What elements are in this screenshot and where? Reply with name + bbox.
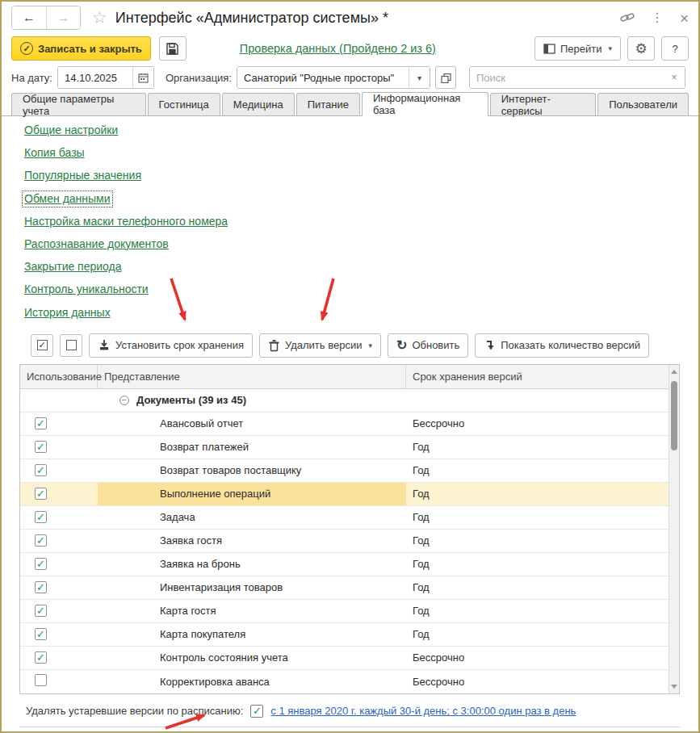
help-button[interactable]: ? [661,36,689,61]
tab-общие-параметры-учета[interactable]: Общие параметры учета [11,93,146,115]
set-retention-button[interactable]: Установить срок хранения [89,333,253,358]
gear-icon: ⚙ [635,40,647,57]
collapse-icon[interactable]: − [119,396,129,405]
row-name: Инвентаризация товаров [98,576,406,599]
settings-link[interactable]: Популярные значения [24,170,141,182]
filter-bar: На дату: Организация: ▾ [2,63,698,92]
delete-versions-button[interactable]: Удалить версии ▾ [259,333,381,358]
settings-link[interactable]: Контроль уникальности [24,283,149,295]
vertical-scrollbar[interactable] [669,365,679,693]
table-row[interactable]: ✓Карта гостяГод [20,600,669,623]
scrollbar-thumb[interactable] [671,381,677,450]
tab-пользователи[interactable]: Пользователи [597,93,689,115]
show-count-button[interactable]: Показать количество версий [475,333,649,358]
save-and-close-label: Записать и закрыть [38,43,142,55]
save-button[interactable] [159,36,187,61]
calendar-icon [138,73,149,83]
row-checkbox[interactable]: ✓ [35,488,47,500]
goto-button[interactable]: Перейти ▾ [534,36,621,61]
show-count-arrow-icon [484,339,496,351]
table-row[interactable]: ✓Заявка на броньГод [20,553,669,576]
get-link-icon[interactable] [620,11,635,24]
table-row[interactable]: ✓Возврат платежейГод [20,436,669,459]
search-clear-icon[interactable]: × [664,67,685,88]
more-menu-icon[interactable]: ⋮ [651,11,664,24]
row-checkbox[interactable]: ✓ [35,605,47,617]
settings-link[interactable]: Обмен данными [24,193,111,205]
row-name: Задача [98,506,406,529]
column-usage[interactable]: Использование [20,365,98,388]
table-row[interactable]: Корректировка авансаБессрочно [20,670,669,693]
table-row[interactable]: ✓Карта покупателяГод [20,623,669,647]
schedule-row: Удалять устаревшие версии по расписанию:… [26,705,681,718]
row-checkbox[interactable]: ✓ [35,417,47,429]
tab-интернет-сервисы[interactable]: Интернет-сервисы [490,93,596,115]
organization-input[interactable] [237,67,409,88]
table-row[interactable]: ✓Контроль состояния учетаБессрочно [20,647,669,670]
row-checkbox[interactable]: ✓ [35,628,47,640]
calendar-button[interactable] [132,67,153,88]
settings-button[interactable]: ⚙ [627,36,655,61]
row-retention: Год [406,581,669,593]
admin-interface-window: ← → ☆ Интерфейс «Администратор системы» … [0,0,700,733]
row-checkbox[interactable]: ✓ [35,558,47,570]
table-row[interactable]: ✓Выполнение операцийГод [20,483,669,506]
organization-open-button[interactable] [435,66,456,89]
row-checkbox[interactable]: ✓ [35,581,47,593]
group-label: Документы (39 из 45) [136,394,246,406]
chevron-down-icon: ▾ [608,44,612,52]
settings-link[interactable]: Настройка маски телефонного номера [24,216,228,228]
checked-box-icon: ✓ [37,340,48,350]
date-input[interactable] [58,67,132,88]
row-checkbox[interactable]: ✓ [35,441,47,453]
favorite-star-icon[interactable]: ☆ [92,8,107,27]
schedule-link[interactable]: с 1 января 2020 г. каждый 30-й день; с 3… [270,705,576,717]
versions-toolbar: ✓ Установить срок хранения [31,333,681,358]
data-check-link[interactable]: Проверка данных (Пройдено 2 из 6) [240,42,436,55]
tab-питание[interactable]: Питание [296,93,360,115]
refresh-label: Обновить [412,339,459,351]
settings-link[interactable]: Копия базы [24,147,85,159]
row-name: Заявка на бронь [98,553,406,576]
tab-гостиница[interactable]: Гостиница [148,93,220,115]
uncheck-all-button[interactable] [60,334,82,357]
scroll-down-icon[interactable] [671,685,677,689]
check-all-button[interactable]: ✓ [31,334,53,357]
table-row[interactable]: ✓Возврат товаров поставщикуГод [20,459,669,483]
schedule-checkbox[interactable]: ✓ [250,705,263,718]
back-button[interactable]: ← [12,6,46,29]
empty-box-icon [66,340,77,350]
settings-link[interactable]: Распознавание документов [24,238,169,250]
row-retention: Год [406,441,669,453]
search-input[interactable] [470,67,664,88]
open-form-icon [441,73,451,83]
tab-информационная-база[interactable]: Информационная база [362,92,488,116]
settings-link[interactable]: Закрытие периода [24,261,122,273]
goto-label: Перейти [560,43,602,55]
goto-panel-icon [543,44,555,54]
row-checkbox[interactable] [35,674,47,686]
close-icon[interactable]: × [680,10,689,26]
organization-dropdown-button[interactable]: ▾ [409,67,430,88]
tab-content: Общие настройкиКопия базыПопулярные знач… [2,116,698,727]
column-presentation[interactable]: Представление [98,365,406,388]
save-and-close-button[interactable]: ✓ Записать и закрыть [11,36,151,61]
row-checkbox[interactable]: ✓ [35,651,47,664]
settings-link[interactable]: Общие настройки [24,124,118,136]
scroll-up-icon[interactable] [671,370,677,374]
table-group-row[interactable]: −Документы (39 из 45) [20,389,669,413]
column-retention[interactable]: Срок хранения версий [406,365,669,388]
settings-link[interactable]: История данных [24,307,111,319]
row-checkbox[interactable]: ✓ [35,464,47,476]
organization-label: Организация: [166,72,232,84]
forward-button[interactable]: → [46,6,80,29]
table-row[interactable]: ✓Инвентаризация товаровГод [20,576,669,600]
table-row[interactable]: ✓ЗадачаГод [20,506,669,530]
organization-field-group: ▾ [237,66,430,89]
row-checkbox[interactable]: ✓ [35,534,47,547]
refresh-button[interactable]: ↻ Обновить [388,333,468,358]
table-row[interactable]: ✓Авансовый отчетБессрочно [20,413,669,436]
row-checkbox[interactable]: ✓ [35,511,47,523]
tab-медицина[interactable]: Медицина [222,93,295,115]
table-row[interactable]: ✓Заявка гостяГод [20,530,669,553]
